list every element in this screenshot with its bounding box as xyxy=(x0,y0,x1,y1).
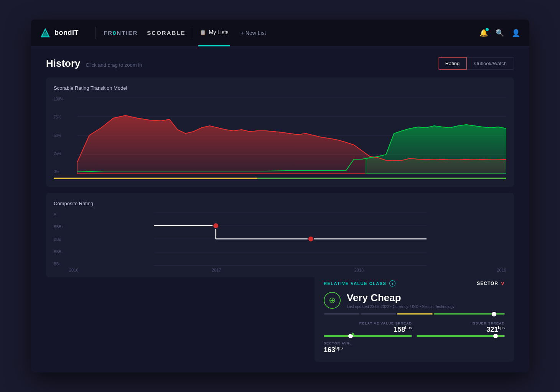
svg-point-18 xyxy=(308,236,314,242)
spread-marker xyxy=(492,312,496,316)
history-header: History Click and drag to zoom in Rating… xyxy=(46,57,514,70)
scorable-chart-card: Scorable Rating Transition Model 100% 75… xyxy=(46,77,514,187)
rv-main: ⊕ Very Cheap Last updated 23.05.2022 • C… xyxy=(324,292,505,309)
scorable-brand[interactable]: SCORABLE xyxy=(147,30,185,36)
main-content: History Click and drag to zoom in Rating… xyxy=(31,46,529,372)
bondit-logo-text: bondIT xyxy=(54,29,79,37)
composite-chart-svg xyxy=(54,212,506,266)
info-icon: i xyxy=(392,282,393,285)
y-label-100: 100% xyxy=(54,97,64,101)
history-title-group: History Click and drag to zoom in xyxy=(46,58,142,69)
rating-toggle-button[interactable]: Rating xyxy=(438,57,467,70)
issuer-spread-value: 321bps xyxy=(417,325,505,334)
spread-seg-3 xyxy=(397,313,433,315)
rv-spread-label: RELATIVE VALUE SPREAD xyxy=(324,321,412,325)
rv-title: RELATIVE VALUE CLASS xyxy=(324,281,386,286)
y-label-bbb: BBB xyxy=(54,237,67,242)
notification-badge xyxy=(486,28,489,31)
my-lists-label: My Lists xyxy=(209,29,229,35)
x-label-2018: 2018 xyxy=(354,268,364,272)
new-list-label: + New List xyxy=(241,30,266,36)
bondit-logo-icon xyxy=(40,28,51,38)
sector-avg-label: SECTOR AVG. xyxy=(324,341,505,345)
issuer-spread-bar-marker xyxy=(493,334,498,338)
x-label-2016: 2016 xyxy=(69,268,78,272)
list-icon: 📋 xyxy=(200,30,206,35)
sector-avg-stat: SECTOR AVG. 163bps xyxy=(324,341,505,354)
spread-seg-2 xyxy=(361,313,396,315)
chevron-down-icon: ∨ xyxy=(501,280,505,287)
nav-tabs: 📋 My Lists + New List xyxy=(198,20,480,46)
rv-value-text: Very Cheap xyxy=(347,292,455,304)
rv-circle-icon: ⊕ xyxy=(324,292,341,309)
relative-value-card: RELATIVE VALUE CLASS i SECTOR ∨ ⊕ Very C… xyxy=(315,273,514,362)
history-hint: Click and drag to zoom in xyxy=(86,62,142,68)
issuer-spread-stat: ISSUER SPREAD 321bps xyxy=(417,321,505,337)
rv-spread-value: 158bps xyxy=(324,325,412,334)
spread-bar-container xyxy=(324,313,505,315)
y-label-bbbplus: BBB+ xyxy=(54,225,67,229)
composite-y-labels: A- BBB+ BBB BBB- BB+ xyxy=(54,212,67,266)
y-label-50: 50% xyxy=(54,133,64,138)
x-label-2019: 2019 xyxy=(497,268,506,272)
x-label-2017: 2017 xyxy=(212,268,221,272)
frontier-brand[interactable]: FR0NTIER xyxy=(104,30,138,36)
header-divider-2 xyxy=(192,27,192,39)
scorable-chart-title: Scorable Rating Transition Model xyxy=(54,85,506,91)
y-axis-labels: 100% 75% 50% 25% 0% xyxy=(54,97,67,174)
composite-chart-card: Composite Rating A- BBB+ BBB BBB- BB+ xyxy=(46,193,514,277)
sector-label: SECTOR xyxy=(477,281,498,286)
rv-info-icon[interactable]: i xyxy=(389,280,395,287)
app-header: bondIT FR0NTIER SCORABLE 📋 My Lists + Ne… xyxy=(31,20,529,46)
composite-chart-title: Composite Rating xyxy=(54,201,506,206)
rv-value-group: Very Cheap Last updated 23.05.2022 • Cur… xyxy=(347,292,455,309)
header-actions: 🔔 🔍 👤 xyxy=(479,29,520,37)
new-list-tab[interactable]: + New List xyxy=(239,30,268,36)
scorable-chart-area[interactable]: 100% 75% 50% 25% 0% xyxy=(54,97,506,174)
spread-bar xyxy=(324,313,505,315)
header-divider-1 xyxy=(96,27,96,39)
svg-point-17 xyxy=(213,223,219,229)
transition-chart-svg xyxy=(54,97,506,174)
y-label-0: 0% xyxy=(54,170,64,174)
notification-button[interactable]: 🔔 xyxy=(479,29,488,37)
y-label-25: 25% xyxy=(54,152,64,156)
composite-x-labels: 2016 2017 2018 2019 xyxy=(54,268,506,272)
outlook-toggle-button[interactable]: Outlook/Watch xyxy=(467,57,514,70)
y-label-bbbminus: BBB- xyxy=(54,250,67,254)
search-icon: 🔍 xyxy=(496,29,504,37)
rv-meta: Last updated 23.05.2022 • Currency: USD … xyxy=(347,305,455,309)
composite-chart-area[interactable]: A- BBB+ BBB BBB- BB+ xyxy=(54,212,506,266)
rv-stats: RELATIVE VALUE SPREAD 158bps ISSUER SPRE… xyxy=(324,321,505,337)
bottom-section: Composite Rating A- BBB+ BBB BBB- BB+ xyxy=(46,193,514,277)
rv-spread-arrow xyxy=(351,332,355,335)
nav-brand: FR0NTIER SCORABLE xyxy=(104,30,186,36)
y-label-bbplus: BB+ xyxy=(54,262,67,266)
search-button[interactable]: 🔍 xyxy=(496,29,504,37)
logo-area: bondIT xyxy=(40,28,79,38)
my-lists-tab[interactable]: 📋 My Lists xyxy=(198,20,230,46)
user-icon: 👤 xyxy=(512,29,520,37)
rv-title-group: RELATIVE VALUE CLASS i xyxy=(324,280,395,287)
sector-avg-value: 163bps xyxy=(324,345,505,354)
color-indicator-bar xyxy=(54,178,506,179)
history-title: History xyxy=(46,58,81,69)
issuer-spread-bar xyxy=(417,335,505,337)
plus-circle-icon: ⊕ xyxy=(329,295,336,305)
y-label-75: 75% xyxy=(54,115,64,119)
spread-seg-1 xyxy=(324,313,359,315)
rv-spread-bar xyxy=(324,335,412,337)
rv-header: RELATIVE VALUE CLASS i SECTOR ∨ xyxy=(324,280,505,287)
relative-value-spread-stat: RELATIVE VALUE SPREAD 158bps xyxy=(324,321,412,337)
view-toggle: Rating Outlook/Watch xyxy=(438,57,514,70)
rv-sector-button[interactable]: SECTOR ∨ xyxy=(477,280,505,287)
y-label-aminus: A- xyxy=(54,212,67,217)
issuer-spread-label: ISSUER SPREAD xyxy=(417,321,505,325)
user-button[interactable]: 👤 xyxy=(512,29,520,37)
